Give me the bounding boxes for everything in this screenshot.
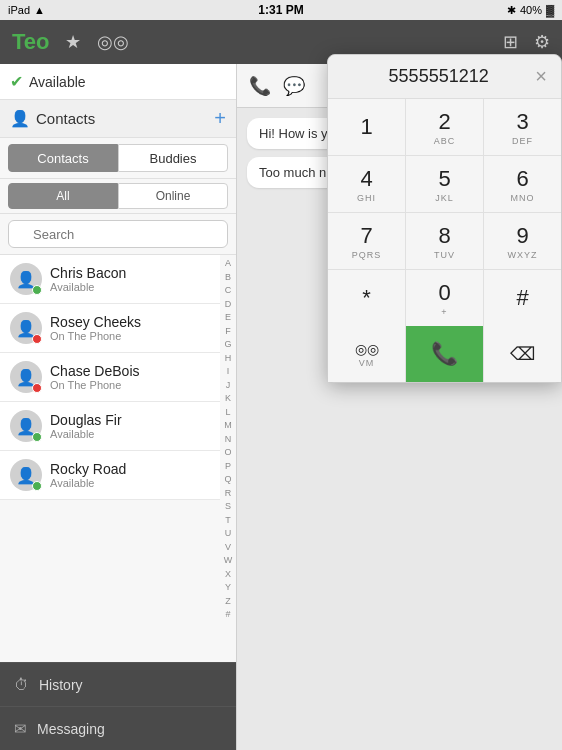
- available-text: Available: [29, 74, 86, 90]
- dialpad-header: 5555551212 ×: [328, 55, 561, 99]
- dialpad-close-button[interactable]: ×: [535, 65, 547, 88]
- alpha-letter[interactable]: Z: [225, 595, 231, 609]
- alpha-letter[interactable]: X: [225, 568, 231, 582]
- filter-all[interactable]: All: [8, 183, 118, 209]
- add-contact-button[interactable]: +: [214, 107, 226, 130]
- alpha-letter[interactable]: S: [225, 500, 231, 514]
- left-panel: ✔ Available 👤 Contacts + Contacts Buddie…: [0, 64, 237, 750]
- key-sub: ABC: [434, 136, 456, 146]
- settings-icon[interactable]: ⚙: [534, 31, 550, 53]
- alpha-letter[interactable]: L: [225, 406, 230, 420]
- alpha-letter[interactable]: C: [225, 284, 232, 298]
- filter-tabs: All Online: [0, 179, 236, 214]
- dialpad-key-6[interactable]: 6MNO: [484, 156, 561, 212]
- search-input[interactable]: [8, 220, 228, 248]
- contact-avatar: 👤: [10, 263, 42, 295]
- nav-history[interactable]: ⏱ History: [0, 662, 236, 706]
- key-main: 6: [516, 166, 528, 192]
- dialpad-key-3[interactable]: 3DEF: [484, 99, 561, 155]
- backspace-button[interactable]: ⌫: [484, 326, 561, 382]
- dialpad-key-8[interactable]: 8TUV: [406, 213, 483, 269]
- contacts-title: Contacts: [36, 110, 208, 127]
- dialpad-overlay: 5555551212 × 12ABC3DEF4GHI5JKL6MNO7PQRS8…: [327, 54, 562, 383]
- dialpad-key-7[interactable]: 7PQRS: [328, 213, 405, 269]
- status-bar: iPad ▲ 1:31 PM ✱ 40% ▓: [0, 0, 562, 20]
- key-main: 7: [360, 223, 372, 249]
- alpha-letter[interactable]: B: [225, 271, 231, 285]
- phone-icon[interactable]: 📞: [249, 75, 271, 97]
- alpha-letter[interactable]: P: [225, 460, 231, 474]
- alpha-letter[interactable]: F: [225, 325, 231, 339]
- alpha-letter[interactable]: Y: [225, 581, 231, 595]
- alpha-letter[interactable]: H: [225, 352, 232, 366]
- key-sub: PQRS: [352, 250, 382, 260]
- dialpad-key-4[interactable]: 4GHI: [328, 156, 405, 212]
- star-icon[interactable]: ★: [65, 31, 81, 53]
- alpha-letter[interactable]: I: [227, 365, 230, 379]
- alpha-letter[interactable]: U: [225, 527, 232, 541]
- dialpad-key-1[interactable]: 1: [328, 99, 405, 155]
- key-sub: MNO: [511, 193, 535, 203]
- alpha-letter[interactable]: D: [225, 298, 232, 312]
- status-dot: [32, 383, 42, 393]
- alpha-letter[interactable]: N: [225, 433, 232, 447]
- contact-avatar: 👤: [10, 459, 42, 491]
- alpha-letter[interactable]: O: [224, 446, 231, 460]
- app-title: Teo: [12, 29, 49, 55]
- alpha-letter[interactable]: R: [225, 487, 232, 501]
- dialpad-number: 5555551212: [342, 66, 535, 87]
- nav-messaging[interactable]: ✉ Messaging: [0, 706, 236, 750]
- contact-item[interactable]: 👤 Rosey Cheeks On The Phone: [0, 304, 220, 353]
- messaging-label: Messaging: [37, 721, 105, 737]
- alpha-letter[interactable]: T: [225, 514, 231, 528]
- dialpad-key-9[interactable]: 9WXYZ: [484, 213, 561, 269]
- alpha-letter[interactable]: G: [224, 338, 231, 352]
- contact-item[interactable]: 👤 Chris Bacon Available: [0, 255, 220, 304]
- dialpad-key-0[interactable]: 0+: [406, 270, 483, 326]
- alpha-letter[interactable]: M: [224, 419, 232, 433]
- contact-status-text: On The Phone: [50, 330, 210, 342]
- dialpad-key-#[interactable]: #: [484, 270, 561, 326]
- contact-status-text: Available: [50, 477, 210, 489]
- status-left: iPad ▲: [8, 4, 45, 16]
- contact-name: Chase DeBois: [50, 363, 210, 379]
- alpha-letter[interactable]: A: [225, 257, 231, 271]
- contact-avatar: 👤: [10, 410, 42, 442]
- nav-left: Teo ★ ◎◎: [12, 29, 129, 55]
- voicemail-button[interactable]: ◎◎ VM: [328, 326, 405, 382]
- contacts-header: 👤 Contacts +: [0, 100, 236, 138]
- alpha-letter[interactable]: V: [225, 541, 231, 555]
- dialpad-bottom-row: ◎◎ VM 📞 ⌫: [328, 326, 561, 382]
- key-main: 2: [438, 109, 450, 135]
- dialpad-grid: 12ABC3DEF4GHI5JKL6MNO7PQRS8TUV9WXYZ*0+#: [328, 99, 561, 326]
- wifi-icon: ▲: [34, 4, 45, 16]
- dialpad-key-5[interactable]: 5JKL: [406, 156, 483, 212]
- key-sub: TUV: [434, 250, 455, 260]
- alpha-letter[interactable]: J: [226, 379, 231, 393]
- grid-icon[interactable]: ⊞: [503, 31, 518, 53]
- dialpad-key-2[interactable]: 2ABC: [406, 99, 483, 155]
- contact-item[interactable]: 👤 Chase DeBois On The Phone: [0, 353, 220, 402]
- call-button[interactable]: 📞: [406, 326, 483, 382]
- message-icon[interactable]: 💬: [283, 75, 305, 97]
- tab-contacts[interactable]: Contacts: [8, 144, 118, 172]
- alpha-letter[interactable]: K: [225, 392, 231, 406]
- search-bar: 🔍: [0, 214, 236, 255]
- contact-item[interactable]: 👤 Douglas Fir Available: [0, 402, 220, 451]
- filter-online[interactable]: Online: [118, 183, 228, 209]
- key-main: 3: [516, 109, 528, 135]
- alpha-letter[interactable]: W: [224, 554, 233, 568]
- alpha-letter[interactable]: #: [225, 608, 230, 622]
- contact-info: Chris Bacon Available: [50, 265, 210, 293]
- key-main: 8: [438, 223, 450, 249]
- voicemail-icon[interactable]: ◎◎: [97, 31, 129, 53]
- tab-buddies[interactable]: Buddies: [118, 144, 228, 172]
- dialpad-key-*[interactable]: *: [328, 270, 405, 326]
- key-sub: JKL: [435, 193, 454, 203]
- alpha-letter[interactable]: E: [225, 311, 231, 325]
- contacts-scroll-area: 👤 Chris Bacon Available 👤 Rosey Cheeks O…: [0, 255, 236, 662]
- key-main: #: [516, 285, 528, 311]
- alpha-letter[interactable]: Q: [224, 473, 231, 487]
- contact-item[interactable]: 👤 Rocky Road Available: [0, 451, 220, 500]
- contacts-list: 👤 Chris Bacon Available 👤 Rosey Cheeks O…: [0, 255, 220, 662]
